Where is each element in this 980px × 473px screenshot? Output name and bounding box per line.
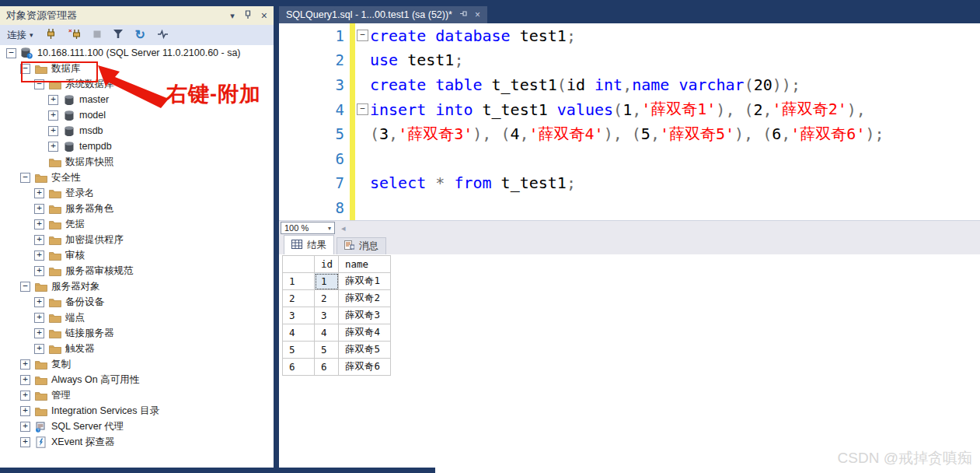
collapse-region-icon[interactable]: − — [357, 103, 368, 115]
pin-icon[interactable] — [244, 10, 252, 21]
grid-cell[interactable]: 3 — [315, 307, 339, 324]
tree-item[interactable]: +服务器审核规范 — [0, 263, 272, 279]
collapse-icon[interactable]: − — [6, 48, 16, 58]
tree-item[interactable]: +端点 — [0, 310, 272, 325]
expand-icon[interactable]: + — [34, 297, 44, 307]
close-icon[interactable]: × — [475, 9, 480, 20]
tree-item[interactable]: +加密提供程序 — [0, 232, 272, 247]
grid-cell[interactable]: 薛双奇4 — [339, 324, 391, 342]
grid-cell[interactable]: 薛双奇5 — [339, 342, 391, 359]
grid-cell[interactable]: 薛双奇2 — [339, 290, 391, 307]
expand-icon[interactable]: + — [48, 110, 58, 121]
grid-cell[interactable]: 4 — [315, 324, 339, 342]
tree-item[interactable]: +复制 — [0, 356, 272, 372]
tab-messages[interactable]: 消息 — [337, 237, 386, 254]
collapse-icon[interactable]: − — [20, 282, 30, 292]
chevron-down-icon[interactable]: ▾ — [230, 11, 235, 21]
code-line[interactable]: 2use test1; — [279, 48, 980, 73]
grid-row-header[interactable]: 3 — [283, 307, 315, 324]
tree-item[interactable]: +登录名 — [0, 185, 272, 201]
tree-item[interactable]: −安全性 — [0, 170, 272, 185]
expand-icon[interactable]: + — [34, 219, 44, 229]
expand-icon[interactable]: + — [48, 95, 58, 105]
tree-item[interactable]: +触发器 — [0, 341, 272, 356]
expand-icon[interactable]: + — [20, 437, 30, 447]
disconnect-plug-icon[interactable]: × — [68, 28, 82, 42]
expand-icon[interactable]: + — [48, 142, 58, 152]
grid-cell[interactable]: 2 — [315, 290, 339, 307]
expand-icon[interactable]: + — [20, 422, 30, 432]
tree-item[interactable]: +tempdb — [0, 138, 272, 154]
results-grid[interactable]: idname11薛双奇122薛双奇233薛双奇344薛双奇455薛双奇566薛双… — [282, 255, 391, 376]
tree-item[interactable]: −数据库快照 — [0, 154, 272, 170]
code-line[interactable]: 1−create database test1; — [279, 23, 980, 48]
collapse-region-icon[interactable]: − — [357, 30, 368, 41]
tree-item[interactable]: +凭据 — [0, 216, 272, 232]
editor-document-tab[interactable]: SQLQuery1.sql - 1...00.test1 (sa (52))* … — [279, 6, 487, 23]
refresh-icon[interactable]: ↻ — [135, 30, 145, 40]
tree-item[interactable]: +?SQL Server 代理 — [0, 419, 272, 434]
ssms-window: SQLQuery1.sql - 1...00.test1 (sa (52))* … — [0, 0, 980, 473]
collapse-icon[interactable]: − — [20, 173, 30, 183]
grid-cell[interactable]: 薛双奇3 — [339, 307, 391, 324]
tree-item[interactable]: +管理 — [0, 387, 272, 403]
expand-icon[interactable]: + — [20, 375, 30, 385]
grid-row-header[interactable]: 4 — [283, 324, 315, 342]
tree-item[interactable]: +model — [0, 107, 272, 123]
tree-item[interactable]: +备份设备 — [0, 294, 272, 310]
grid-cell[interactable]: 6 — [315, 359, 339, 376]
tab-results[interactable]: 结果 — [284, 235, 334, 254]
grid-row-header[interactable]: 2 — [283, 290, 315, 307]
tree-item[interactable]: +XEvent 探查器 — [0, 434, 272, 450]
expand-icon[interactable]: + — [34, 313, 44, 323]
connect-dropdown-button[interactable]: 连接▾ — [7, 29, 33, 42]
expand-icon[interactable]: + — [34, 204, 44, 214]
pin-icon[interactable] — [459, 9, 468, 20]
panel-splitter[interactable] — [274, 6, 279, 473]
filter-icon[interactable] — [113, 29, 124, 41]
tree-item[interactable]: −服务器对象 — [0, 279, 272, 294]
expand-icon[interactable]: + — [34, 188, 44, 198]
expand-icon[interactable]: + — [34, 266, 44, 276]
tree-item[interactable]: −?10.168.111.100 (SQL Server 11.0.2100.6… — [0, 45, 272, 61]
editor-zoom-select[interactable]: 100 %▾ — [281, 222, 335, 234]
change-tracking-bar — [350, 72, 355, 97]
connect-plug-icon[interactable] — [45, 28, 57, 42]
fold-margin[interactable]: − — [355, 30, 370, 41]
expand-icon[interactable]: + — [20, 359, 30, 370]
code-line[interactable]: 6 — [279, 146, 980, 171]
activity-monitor-icon[interactable] — [157, 29, 169, 42]
grid-cell[interactable]: 5 — [315, 342, 339, 359]
grid-corner-cell[interactable] — [283, 256, 315, 273]
grid-row-header[interactable]: 1 — [283, 273, 315, 290]
code-line[interactable]: 8 — [279, 195, 980, 220]
grid-cell[interactable]: 薛双奇1 — [339, 273, 391, 290]
grid-column-header[interactable]: name — [339, 256, 391, 273]
code-line[interactable]: 3create table t_test1(id int,name varcha… — [279, 72, 980, 97]
expand-icon[interactable]: + — [34, 344, 44, 354]
tree-item[interactable]: +链接服务器 — [0, 325, 272, 341]
expand-icon[interactable]: + — [34, 235, 44, 245]
grid-column-header[interactable]: id — [315, 256, 339, 273]
tree-item[interactable]: +msdb — [0, 123, 272, 138]
scroll-left-icon[interactable]: ◂ — [341, 223, 346, 233]
code-line[interactable]: 4−insert into t_test1 values(1,'薛双奇1'), … — [279, 97, 980, 122]
code-line[interactable]: 7select * from t_test1; — [279, 171, 980, 196]
expand-icon[interactable]: + — [20, 406, 30, 416]
code-line[interactable]: 5(3,'薛双奇3'), (4,'薛双奇4'), (5,'薛双奇5'), (6,… — [279, 121, 980, 146]
expand-icon[interactable]: + — [34, 251, 44, 261]
grid-cell[interactable]: 薛双奇6 — [339, 359, 391, 376]
tree-item[interactable]: +审核 — [0, 247, 272, 263]
fold-margin[interactable]: − — [355, 103, 370, 115]
expand-icon[interactable]: + — [34, 328, 44, 338]
tree-item[interactable]: +Integration Services 目录 — [0, 403, 272, 419]
tree-item[interactable]: +Always On 高可用性 — [0, 372, 272, 387]
grid-row-header[interactable]: 5 — [283, 342, 315, 359]
tree-item[interactable]: +服务器角色 — [0, 201, 272, 216]
close-icon[interactable]: × — [261, 9, 267, 22]
expand-icon[interactable]: + — [48, 126, 58, 136]
expand-icon[interactable]: + — [20, 391, 30, 401]
grid-row-header[interactable]: 6 — [283, 359, 315, 376]
sql-editor[interactable]: 1−create database test1;2use test1;3crea… — [279, 23, 980, 220]
grid-cell[interactable]: 1 — [315, 273, 339, 290]
